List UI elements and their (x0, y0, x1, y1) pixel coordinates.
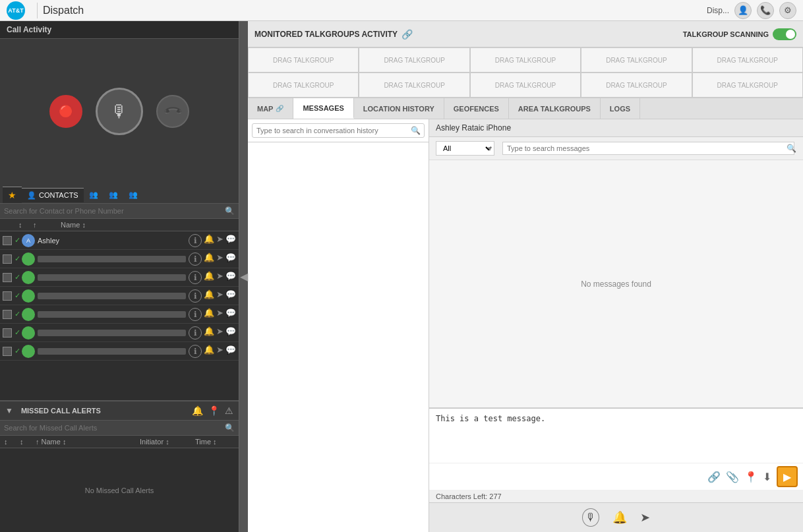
missed-call-search-input[interactable] (4, 424, 225, 432)
talkgroup-cell[interactable]: DRAG TALKGROUP (248, 73, 359, 98)
info-icon[interactable]: ℹ (189, 234, 202, 247)
talkgroup-cell[interactable]: DRAG TALKGROUP (692, 73, 803, 98)
bell-icon[interactable]: 🔔 (204, 289, 214, 303)
info-icon[interactable]: ℹ (189, 308, 202, 321)
talkgroup-header: MONITORED TALKGROUPS ACTIVITY 🔗 TALKGROU… (248, 21, 803, 47)
contact-name-redacted (38, 256, 186, 262)
send-button[interactable]: ▶ (777, 466, 798, 487)
hang-up-button[interactable]: 📞 (156, 95, 189, 128)
scanning-toggle[interactable] (773, 28, 796, 40)
tab-groups2[interactable]: 👥 (104, 188, 123, 202)
col-sort2[interactable]: ↑ (33, 221, 42, 229)
col-initiator[interactable]: Initiator ↕ (140, 438, 193, 446)
contact-actions: ℹ 🔔 ➤ 💬 (189, 234, 236, 247)
contact-checkbox[interactable] (3, 254, 12, 264)
col-name[interactable]: ↑ Name ↕ (36, 438, 137, 446)
info-icon[interactable]: ℹ (189, 326, 202, 340)
attachment-icon[interactable]: 📎 (726, 471, 739, 483)
message-search-input[interactable] (502, 142, 794, 155)
talkgroup-cell[interactable]: DRAG TALKGROUP (581, 47, 692, 73)
talkgroup-cell[interactable]: DRAG TALKGROUP (470, 47, 581, 73)
mute-button[interactable]: 🎙 (96, 88, 143, 135)
panel-resize-handle[interactable]: ◀ (239, 21, 248, 532)
tab-location-history[interactable]: LOCATION HISTORY (354, 98, 444, 119)
gear-icon[interactable]: ⚙ (779, 2, 796, 19)
talkgroup-cell[interactable]: DRAG TALKGROUP (359, 73, 469, 98)
bell-alert-icon[interactable]: 🔔 (192, 405, 203, 416)
bell-icon[interactable]: 🔔 (204, 308, 214, 321)
location-icon[interactable]: ➤ (216, 289, 223, 303)
bell-icon[interactable]: 🔔 (204, 234, 214, 247)
location-icon[interactable]: ➤ (216, 271, 223, 284)
compose-textarea[interactable] (429, 408, 803, 461)
location-icon[interactable]: ➤ (216, 234, 223, 247)
contact-name-redacted (38, 274, 186, 281)
bell-icon[interactable]: 🔔 (204, 345, 214, 358)
message-filter-select[interactable]: All Unread Sent (436, 141, 494, 156)
contacts-search-input[interactable] (4, 207, 225, 215)
groups2-icon: 👥 (109, 191, 118, 199)
send-bottom-icon[interactable]: ➤ (640, 510, 650, 525)
chat-icon[interactable]: 💬 (225, 345, 236, 358)
col-name[interactable]: Name ↕ (61, 221, 235, 229)
contact-checkbox[interactable] (3, 273, 12, 282)
external-link-icon[interactable]: 🔗 (402, 29, 413, 40)
col-sort1[interactable]: ↕ (4, 438, 15, 446)
messages-panel: 🔍 Ashley Rataic iPhone All Unread Sent (248, 119, 803, 532)
conversation-search-input[interactable] (252, 123, 425, 138)
tab-map[interactable]: MAP 🔗 (248, 98, 293, 119)
chevron-down-icon[interactable]: ⬇ (763, 471, 771, 483)
chat-icon[interactable]: 💬 (225, 326, 236, 340)
location-alert-icon[interactable]: 📍 (208, 405, 220, 416)
tab-contacts[interactable]: 👤 CONTACTS (22, 188, 84, 202)
tab-logs[interactable]: LOGS (601, 98, 640, 119)
tab-geofences[interactable]: GEOFENCES (444, 98, 509, 119)
contact-checkbox[interactable] (3, 347, 12, 356)
col-sort2[interactable]: ↕ (20, 438, 30, 446)
talkgroup-cell[interactable]: DRAG TALKGROUP (581, 73, 692, 98)
tab-area-talkgroups[interactable]: AREA TALKGROUPS (509, 98, 601, 119)
info-icon[interactable]: ℹ (189, 271, 202, 284)
location-icon[interactable]: ➤ (216, 326, 223, 340)
info-icon[interactable]: ℹ (189, 289, 202, 303)
talkgroup-cell[interactable]: DRAG TALKGROUP (692, 47, 803, 73)
contact-checkbox[interactable] (3, 291, 12, 301)
talkgroup-cell[interactable]: DRAG TALKGROUP (359, 47, 469, 73)
col-time[interactable]: Time ↕ (195, 438, 235, 446)
expand-icon[interactable]: ▼ (5, 406, 13, 415)
contact-checkbox[interactable] (3, 236, 12, 245)
chat-icon[interactable]: 💬 (225, 234, 236, 247)
tab-messages[interactable]: MESSAGES (293, 98, 353, 119)
contact-checkbox[interactable] (3, 310, 12, 319)
chat-icon[interactable]: 💬 (225, 308, 236, 321)
location-pin-icon[interactable]: 📍 (744, 471, 758, 483)
chat-icon[interactable]: 💬 (225, 289, 236, 303)
user-icon[interactable]: 👤 (734, 2, 752, 19)
link-icon[interactable]: 🔗 (707, 471, 721, 483)
info-icon[interactable]: ℹ (189, 252, 202, 266)
tab-groups3[interactable]: 👥 (123, 188, 143, 202)
chat-icon[interactable]: 💬 (225, 271, 236, 284)
talkgroup-cell[interactable]: DRAG TALKGROUP (470, 73, 581, 98)
phone-icon[interactable]: 📞 (757, 2, 774, 19)
contact-checkbox[interactable] (3, 328, 12, 338)
col-sort1[interactable]: ↕ (18, 221, 28, 229)
talkgroup-title: MONITORED TALKGROUPS ACTIVITY 🔗 (254, 29, 413, 40)
bell-bottom-icon[interactable]: 🔔 (612, 510, 627, 525)
call-activity-header: Call Activity (0, 21, 239, 39)
chat-icon[interactable]: 💬 (225, 252, 236, 266)
check-icon: ✓ (15, 310, 20, 318)
location-icon[interactable]: ➤ (216, 345, 223, 358)
warning-alert-icon[interactable]: ⚠ (225, 405, 233, 416)
mic-bottom-icon[interactable]: 🎙 (582, 508, 599, 527)
info-icon[interactable]: ℹ (189, 345, 202, 358)
bell-icon[interactable]: 🔔 (204, 252, 214, 266)
bell-icon[interactable]: 🔔 (204, 271, 214, 284)
location-icon[interactable]: ➤ (216, 308, 223, 321)
tab-favorites[interactable]: ★ (3, 187, 22, 203)
tab-groups1[interactable]: 👥 (84, 188, 104, 202)
end-call-button[interactable]: 🔴 (49, 95, 82, 128)
talkgroup-cell[interactable]: DRAG TALKGROUP (248, 47, 359, 73)
location-icon[interactable]: ➤ (216, 252, 223, 266)
bell-icon[interactable]: 🔔 (204, 326, 214, 340)
